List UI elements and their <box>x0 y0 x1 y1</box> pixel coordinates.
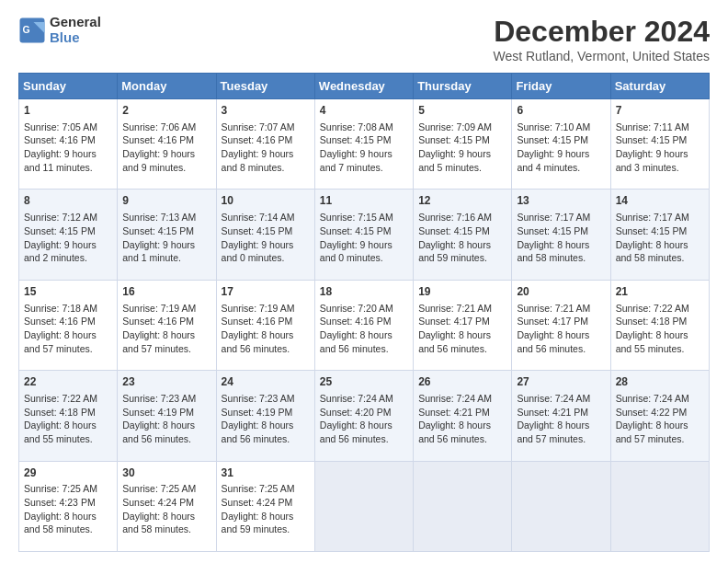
week-row-2: 8Sunrise: 7:12 AMSunset: 4:15 PMDaylight… <box>19 190 710 280</box>
sunrise-text: Sunrise: 7:24 AM <box>517 392 605 406</box>
sunrise-text: Sunrise: 7:06 AM <box>122 121 210 134</box>
day-number: 31 <box>222 465 310 481</box>
sunset-text: Sunset: 4:16 PM <box>222 133 310 147</box>
sunrise-text: Sunrise: 7:15 AM <box>320 211 408 224</box>
sunset-text: Sunset: 4:16 PM <box>222 315 310 328</box>
column-header-tuesday: Tuesday <box>216 74 314 99</box>
calendar-cell: 14Sunrise: 7:17 AMSunset: 4:15 PMDayligh… <box>610 190 709 280</box>
calendar-cell: 12Sunrise: 7:16 AMSunset: 4:15 PMDayligh… <box>414 190 512 280</box>
daylight-text: Daylight: 8 hours and 57 minutes. <box>122 328 210 355</box>
day-number: 3 <box>222 103 310 119</box>
day-number: 11 <box>320 193 408 209</box>
daylight-text: Daylight: 8 hours and 55 minutes. <box>616 328 704 355</box>
day-number: 1 <box>24 103 112 119</box>
daylight-text: Daylight: 9 hours and 0 minutes. <box>320 238 408 265</box>
calendar-cell: 25Sunrise: 7:24 AMSunset: 4:20 PMDayligh… <box>314 371 413 461</box>
day-number: 14 <box>616 193 704 209</box>
sunrise-text: Sunrise: 7:22 AM <box>24 392 112 406</box>
daylight-text: Daylight: 8 hours and 55 minutes. <box>24 419 112 445</box>
day-number: 29 <box>24 465 112 481</box>
page-subtitle: West Rutland, Vermont, United States <box>493 49 710 63</box>
column-header-monday: Monday <box>118 74 216 99</box>
column-header-sunday: Sunday <box>19 74 118 99</box>
calendar-cell: 16Sunrise: 7:19 AMSunset: 4:16 PMDayligh… <box>118 280 216 370</box>
sunset-text: Sunset: 4:17 PM <box>418 315 506 328</box>
sunset-text: Sunset: 4:15 PM <box>616 133 704 147</box>
header-row: SundayMondayTuesdayWednesdayThursdayFrid… <box>19 74 710 99</box>
sunrise-text: Sunrise: 7:17 AM <box>616 211 704 224</box>
sunset-text: Sunset: 4:18 PM <box>24 406 112 419</box>
page: G General Blue December 2024 West Rutlan… <box>0 0 728 563</box>
daylight-text: Daylight: 9 hours and 11 minutes. <box>24 147 112 174</box>
calendar-cell: 20Sunrise: 7:21 AMSunset: 4:17 PMDayligh… <box>512 280 610 370</box>
calendar-cell: 10Sunrise: 7:14 AMSunset: 4:15 PMDayligh… <box>216 190 314 280</box>
calendar-cell: 7Sunrise: 7:11 AMSunset: 4:15 PMDaylight… <box>610 99 709 190</box>
day-number: 13 <box>517 193 605 209</box>
sunset-text: Sunset: 4:22 PM <box>616 406 704 419</box>
daylight-text: Daylight: 9 hours and 4 minutes. <box>517 147 605 174</box>
day-number: 15 <box>24 284 112 300</box>
week-row-1: 1Sunrise: 7:05 AMSunset: 4:16 PMDaylight… <box>19 99 710 190</box>
daylight-text: Daylight: 8 hours and 56 minutes. <box>222 328 310 355</box>
sunset-text: Sunset: 4:15 PM <box>122 224 210 238</box>
day-number: 18 <box>320 284 408 300</box>
daylight-text: Daylight: 9 hours and 9 minutes. <box>122 147 210 174</box>
sunrise-text: Sunrise: 7:21 AM <box>517 302 605 316</box>
sunset-text: Sunset: 4:15 PM <box>24 224 112 238</box>
sunrise-text: Sunrise: 7:25 AM <box>222 482 310 496</box>
daylight-text: Daylight: 8 hours and 58 minutes. <box>517 238 605 265</box>
daylight-text: Daylight: 8 hours and 56 minutes. <box>418 328 506 355</box>
daylight-text: Daylight: 8 hours and 56 minutes. <box>320 328 408 355</box>
day-number: 7 <box>616 103 704 119</box>
calendar-cell: 3Sunrise: 7:07 AMSunset: 4:16 PMDaylight… <box>216 99 314 190</box>
day-number: 22 <box>24 374 112 390</box>
calendar-cell: 30Sunrise: 7:25 AMSunset: 4:24 PMDayligh… <box>118 461 216 551</box>
sunset-text: Sunset: 4:21 PM <box>517 406 605 419</box>
sunrise-text: Sunrise: 7:11 AM <box>616 121 704 134</box>
sunrise-text: Sunrise: 7:10 AM <box>517 121 605 134</box>
calendar-cell: 26Sunrise: 7:24 AMSunset: 4:21 PMDayligh… <box>414 371 512 461</box>
svg-text:G: G <box>23 24 30 35</box>
column-header-friday: Friday <box>512 74 610 99</box>
column-header-saturday: Saturday <box>610 74 709 99</box>
calendar-cell: 4Sunrise: 7:08 AMSunset: 4:15 PMDaylight… <box>314 99 413 190</box>
sunset-text: Sunset: 4:15 PM <box>320 224 408 238</box>
daylight-text: Daylight: 8 hours and 57 minutes. <box>616 419 704 445</box>
sunrise-text: Sunrise: 7:12 AM <box>24 211 112 224</box>
calendar-cell <box>314 461 413 551</box>
sunset-text: Sunset: 4:15 PM <box>320 133 408 147</box>
calendar-cell: 17Sunrise: 7:19 AMSunset: 4:16 PMDayligh… <box>216 280 314 370</box>
daylight-text: Daylight: 9 hours and 1 minute. <box>122 238 210 265</box>
day-number: 19 <box>418 284 506 300</box>
sunset-text: Sunset: 4:19 PM <box>222 406 310 419</box>
sunrise-text: Sunrise: 7:05 AM <box>24 121 112 134</box>
calendar-cell <box>610 461 709 551</box>
calendar-cell: 5Sunrise: 7:09 AMSunset: 4:15 PMDaylight… <box>414 99 512 190</box>
logo-icon: G <box>18 17 46 44</box>
week-row-3: 15Sunrise: 7:18 AMSunset: 4:16 PMDayligh… <box>19 280 710 370</box>
calendar-cell: 23Sunrise: 7:23 AMSunset: 4:19 PMDayligh… <box>118 371 216 461</box>
sunrise-text: Sunrise: 7:24 AM <box>418 392 506 406</box>
day-number: 4 <box>320 103 408 119</box>
sunset-text: Sunset: 4:16 PM <box>122 315 210 328</box>
daylight-text: Daylight: 9 hours and 5 minutes. <box>418 147 506 174</box>
day-number: 25 <box>320 374 408 390</box>
daylight-text: Daylight: 8 hours and 56 minutes. <box>122 419 210 445</box>
sunset-text: Sunset: 4:15 PM <box>517 133 605 147</box>
day-number: 23 <box>122 374 210 390</box>
sunrise-text: Sunrise: 7:18 AM <box>24 302 112 316</box>
sunrise-text: Sunrise: 7:22 AM <box>616 302 704 316</box>
sunset-text: Sunset: 4:15 PM <box>616 224 704 238</box>
column-header-thursday: Thursday <box>414 74 512 99</box>
sunset-text: Sunset: 4:24 PM <box>222 496 310 510</box>
sunrise-text: Sunrise: 7:25 AM <box>122 482 210 496</box>
calendar-cell: 13Sunrise: 7:17 AMSunset: 4:15 PMDayligh… <box>512 190 610 280</box>
sunrise-text: Sunrise: 7:23 AM <box>222 392 310 406</box>
sunset-text: Sunset: 4:16 PM <box>122 133 210 147</box>
sunrise-text: Sunrise: 7:25 AM <box>24 482 112 496</box>
daylight-text: Daylight: 9 hours and 0 minutes. <box>222 238 310 265</box>
daylight-text: Daylight: 8 hours and 56 minutes. <box>222 419 310 445</box>
day-number: 10 <box>222 193 310 209</box>
sunrise-text: Sunrise: 7:19 AM <box>122 302 210 316</box>
day-number: 6 <box>517 103 605 119</box>
